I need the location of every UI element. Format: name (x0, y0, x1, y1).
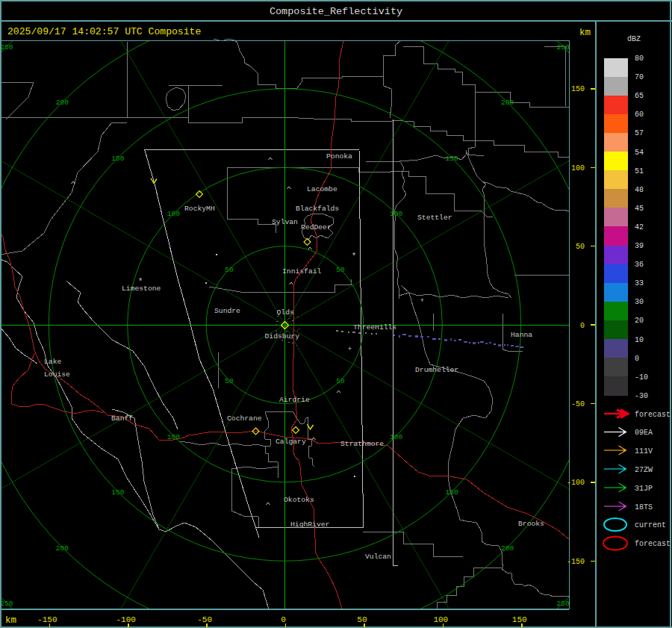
svg-text:-10: -10 (635, 373, 648, 382)
svg-text:-30: -30 (635, 392, 648, 400)
svg-text:100: 100 (571, 164, 585, 172)
svg-text:Olds: Olds (277, 308, 294, 317)
svg-text:-150: -150 (37, 615, 57, 624)
svg-text:200: 200 (56, 544, 69, 553)
svg-text:Composite_Reflectivity: Composite_Reflectivity (270, 6, 402, 17)
svg-text:2025/09/17 14:02:57 UTC Compos: 2025/09/17 14:02:57 UTC Composite (7, 26, 201, 37)
svg-text:33: 33 (635, 279, 644, 287)
svg-text:Ponoka: Ponoka (326, 152, 352, 161)
svg-text:100: 100 (167, 210, 180, 218)
svg-text:200: 200 (56, 99, 69, 107)
svg-text:150: 150 (111, 155, 124, 163)
svg-text:50: 50 (576, 243, 585, 251)
svg-text:57: 57 (635, 129, 644, 137)
svg-text:51: 51 (635, 167, 644, 175)
svg-text:km: km (579, 28, 591, 38)
svg-text:20: 20 (635, 317, 644, 325)
svg-text:70: 70 (635, 73, 644, 81)
svg-text:Limestone: Limestone (122, 285, 161, 293)
svg-text:111V: 111V (635, 447, 653, 456)
svg-text:forecast: forecast (635, 411, 671, 419)
svg-text:31JP: 31JP (635, 485, 653, 493)
svg-text:RedDeer: RedDeer (301, 223, 332, 231)
svg-text:250: 250 (557, 600, 570, 608)
svg-text:27ZW: 27ZW (635, 466, 653, 474)
svg-text:Lacombe: Lacombe (307, 185, 337, 193)
svg-text:+: + (348, 346, 352, 353)
svg-text:Louise: Louise (44, 370, 70, 379)
svg-text:Drumheller: Drumheller (415, 366, 458, 374)
svg-text:50: 50 (336, 377, 345, 385)
svg-text:250: 250 (0, 600, 13, 608)
svg-text:50: 50 (336, 266, 345, 274)
svg-text:10: 10 (635, 336, 644, 344)
svg-text:0: 0 (281, 615, 286, 624)
svg-text:150: 150 (111, 488, 124, 497)
svg-text:Calgary: Calgary (276, 438, 306, 446)
svg-text:39: 39 (635, 242, 644, 250)
svg-text:-100: -100 (116, 615, 135, 624)
svg-text:200: 200 (501, 544, 514, 553)
svg-text:-100: -100 (567, 479, 585, 487)
svg-text:100: 100 (167, 433, 180, 441)
svg-text:Strathmore: Strathmore (340, 440, 384, 448)
svg-text:80: 80 (635, 55, 644, 63)
svg-text:Banff: Banff (111, 414, 133, 423)
svg-text:36: 36 (635, 261, 644, 269)
svg-text:100: 100 (390, 210, 402, 218)
svg-text:HighRiver: HighRiver (290, 520, 329, 529)
svg-text:Sundre: Sundre (214, 307, 240, 315)
svg-text:km: km (5, 615, 16, 626)
svg-text:Cochrane: Cochrane (227, 414, 262, 423)
svg-text:150: 150 (512, 615, 527, 624)
svg-text:Brooks: Brooks (518, 520, 544, 528)
svg-text:*: * (352, 252, 357, 261)
svg-text:0: 0 (635, 355, 639, 363)
svg-text:Vulcan: Vulcan (365, 553, 391, 561)
svg-text:48: 48 (635, 186, 644, 194)
svg-text:50: 50 (225, 377, 234, 385)
svg-text:200: 200 (501, 99, 514, 107)
svg-text:30: 30 (635, 298, 644, 306)
svg-text:150: 150 (446, 488, 458, 497)
svg-text:ThreeHills: ThreeHills (353, 323, 396, 332)
svg-text:+: + (420, 297, 424, 305)
svg-text:100: 100 (433, 615, 448, 624)
svg-text:150: 150 (571, 85, 585, 93)
svg-text:50: 50 (357, 615, 367, 624)
svg-text:100: 100 (390, 433, 402, 441)
svg-text:54: 54 (635, 149, 644, 157)
svg-text:Didsbury: Didsbury (265, 332, 300, 341)
svg-text:Lake: Lake (44, 358, 61, 366)
svg-text:42: 42 (635, 223, 644, 231)
svg-text:RockyMH: RockyMH (184, 205, 215, 213)
svg-text:09EA: 09EA (635, 429, 653, 437)
svg-text:-150: -150 (567, 558, 585, 566)
svg-text:dBZ: dBZ (627, 35, 641, 43)
svg-text:Sylvan: Sylvan (272, 218, 298, 226)
svg-text:60: 60 (635, 111, 644, 119)
svg-text:250: 250 (0, 43, 13, 52)
svg-text:0: 0 (580, 322, 585, 330)
svg-text:Hanna: Hanna (511, 331, 532, 339)
svg-text:-50: -50 (197, 615, 212, 624)
svg-text:150: 150 (446, 155, 458, 163)
svg-text:18TS: 18TS (635, 503, 653, 512)
svg-text:65: 65 (635, 92, 644, 100)
svg-text:-50: -50 (571, 400, 585, 408)
svg-text:Innisfail: Innisfail (282, 267, 322, 276)
svg-text:current: current (635, 521, 666, 529)
svg-text:250: 250 (557, 43, 570, 52)
svg-text:45: 45 (635, 205, 644, 213)
svg-text:Airdrie: Airdrie (279, 396, 310, 404)
svg-text:Okotoks: Okotoks (284, 496, 314, 504)
svg-text:50: 50 (225, 266, 234, 274)
svg-text:forecast: forecast (635, 540, 671, 548)
svg-text:Blackfalds: Blackfalds (296, 205, 339, 213)
svg-text:Stettler: Stettler (417, 214, 452, 222)
